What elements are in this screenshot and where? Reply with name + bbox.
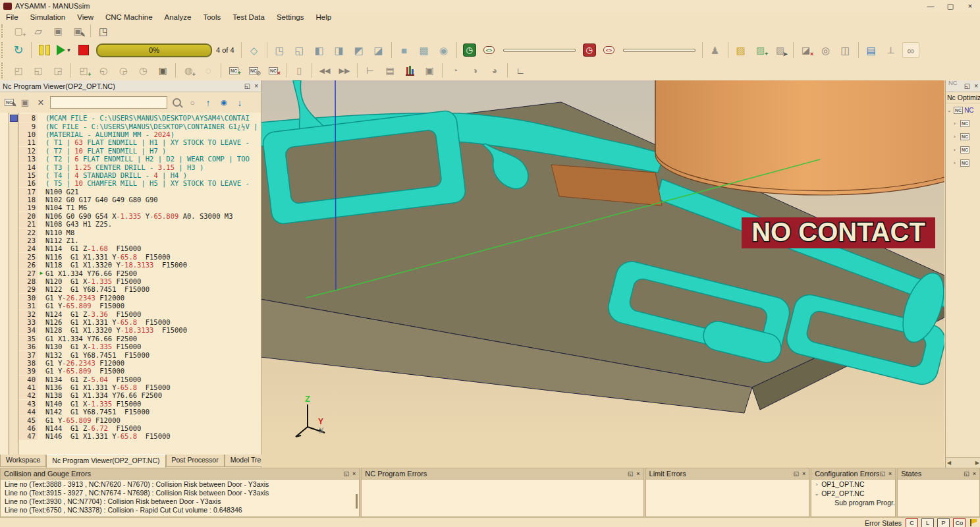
horizontal-scrollbar[interactable]: ◀ ▶: [946, 457, 980, 468]
code-line[interactable]: 41N136 G1 X1.331 Y-65.8 F15000: [18, 383, 261, 391]
code-line[interactable]: 34N128 G1 X1.3320 Y-18.3133 F15000: [18, 326, 261, 334]
code-line[interactable]: 12( T7 | 10 FLAT ENDMILL | H7 ): [18, 147, 261, 155]
code-line[interactable]: 33N126 G1 X1.331 Y-65.8 F15000: [18, 318, 261, 326]
close-panel-icon[interactable]: ×: [974, 82, 978, 90]
code-line[interactable]: 31G1 Y-65.809 F15000: [18, 302, 261, 310]
door-icon[interactable]: ▯: [290, 63, 308, 78]
code-line[interactable]: 20N106 G0 G90 G54 X-1.335 Y-65.809 A0. S…: [18, 212, 261, 220]
stock-export-icon[interactable]: ◷: [134, 63, 151, 78]
globe-view-2-icon[interactable]: ◑: [466, 63, 483, 78]
close-panel-icon[interactable]: ×: [352, 470, 356, 477]
scroll-left-icon[interactable]: ◀: [947, 460, 951, 466]
clamp-icon[interactable]: ⊥: [883, 42, 900, 58]
view-cube-back-icon[interactable]: ◨: [331, 42, 348, 58]
collision-error-row[interactable]: Line no (Text:3888 - 3913 , NC:N7620 - N…: [1, 480, 359, 488]
viewer-delete-icon[interactable]: ×: [34, 96, 47, 110]
scroll-right-icon[interactable]: ▶: [975, 460, 979, 466]
code-line[interactable]: 28N120 G1 X-1.335 F15000: [18, 277, 261, 285]
nc-add-icon[interactable]: NC+: [225, 63, 242, 78]
error-state-button-co[interactable]: Co: [953, 518, 966, 527]
float-panel-icon[interactable]: ◱: [964, 470, 969, 477]
speed-slider[interactable]: [623, 49, 695, 52]
feed-range-badge[interactable]: <>: [481, 42, 498, 58]
mesh-add-icon[interactable]: ▨+: [752, 42, 769, 58]
sync-simulation-icon[interactable]: ↻: [10, 42, 27, 58]
step-back-icon[interactable]: ◀◀: [316, 63, 333, 78]
code-line[interactable]: 38G1 Y-26.2343 F12000: [18, 359, 261, 367]
pause-icon[interactable]: [36, 42, 53, 58]
code-line[interactable]: 45G1 Y-65.809 F12000: [18, 416, 261, 424]
code-line[interactable]: 26N118 G1 X1.3320 Y-18.3133 F15000: [18, 261, 261, 269]
code-line[interactable]: 47N146 G1 X1.331 Y-65.8 F15000: [18, 432, 261, 440]
split-window-icon[interactable]: ◫: [837, 42, 854, 58]
stock-pillow-icon[interactable]: ◌: [200, 63, 217, 78]
collision-error-row[interactable]: Line no (Text:3915 - 3927 , NC:N7674 - N…: [1, 488, 359, 497]
collision-error-row[interactable]: Line no (Text:6750 , NC:N3378) : Collisi…: [1, 505, 359, 514]
code-line[interactable]: 37N132 G1 Y68.7451 F15000: [18, 350, 261, 358]
float-panel-icon[interactable]: ◱: [879, 470, 885, 477]
new-file-icon[interactable]: ▢+: [10, 23, 27, 39]
config-tree-item[interactable]: ›OP1_OPT.NC: [811, 480, 895, 489]
globe-view-3-icon[interactable]: ◕: [486, 63, 503, 78]
code-line[interactable]: 27▶G1 X1.334 Y76.66 F2500: [18, 269, 261, 277]
code-line[interactable]: 36N130 G1 X-1.335 F15000: [18, 343, 261, 350]
axes-cube-icon[interactable]: ▩: [416, 42, 433, 58]
save-icon[interactable]: ▣: [49, 23, 67, 39]
code-line[interactable]: 18N102 G0 G17 G40 G49 G80 G90: [18, 196, 261, 204]
report-panels-icon[interactable]: ▤: [863, 42, 880, 58]
config-tree-item[interactable]: ⌄OP2_OPT.NC: [811, 489, 895, 498]
tree-root-item[interactable]: ⌄NCNC: [946, 103, 980, 117]
view-cube-front-icon[interactable]: ◧: [311, 42, 328, 58]
match-circle-icon[interactable]: ○: [186, 96, 199, 110]
search-down-icon[interactable]: ↓: [233, 96, 246, 110]
search-up-icon[interactable]: ↑: [202, 96, 215, 110]
measure-caliper-icon[interactable]: ⊢: [362, 63, 379, 78]
open-file-icon[interactable]: ▱: [30, 23, 47, 39]
code-line[interactable]: 15( T4 | 4 STANDARD DRILL - 4 | H4 ): [18, 171, 261, 179]
view-cube-left-icon[interactable]: ◩: [350, 42, 368, 58]
tree-child-item[interactable]: ›NC: [946, 143, 980, 156]
minimize-button[interactable]: —: [921, 1, 940, 12]
code-line[interactable]: 19N104 T1 M6: [18, 204, 261, 211]
mesh-settings-icon[interactable]: ▨: [732, 42, 749, 58]
code-line[interactable]: 30G1 Y-26.2343 F12000: [18, 294, 261, 302]
stock-restore-icon[interactable]: ◶: [115, 63, 132, 78]
fit-view-icon[interactable]: ◇: [246, 42, 263, 58]
menu-simulation[interactable]: Simulation: [24, 12, 72, 22]
report-notebook-icon[interactable]: ▤: [381, 63, 398, 78]
error-state-button-l[interactable]: L: [921, 518, 934, 527]
float-panel-icon[interactable]: ◱: [244, 82, 250, 90]
search-input[interactable]: [50, 96, 167, 109]
close-panel-icon[interactable]: ×: [888, 470, 892, 477]
tree-child-item[interactable]: ›NC: [946, 130, 980, 143]
scrollbar-thumb[interactable]: [356, 494, 358, 509]
search-icon[interactable]: [170, 96, 183, 110]
link-icon[interactable]: ∞: [902, 42, 919, 58]
speed-gauge-icon[interactable]: ◷: [581, 42, 598, 58]
code-line[interactable]: 24N114 G1 Z-1.68 F15000: [18, 244, 261, 252]
tab-workspace[interactable]: Workspace: [0, 455, 46, 467]
code-line[interactable]: 21N108 G43 H1 Z25.: [18, 220, 261, 228]
info-box-icon[interactable]: ▣: [421, 63, 438, 78]
play-icon[interactable]: ▼: [55, 42, 72, 58]
viewport-3d[interactable]: NO CONTACT Z Y X: [261, 80, 944, 468]
code-line[interactable]: 11( T1 | 63 FLAT ENDMILL | H1 | XY STOCK…: [18, 138, 261, 146]
globe-view-1-icon[interactable]: ◔: [447, 63, 464, 78]
step-forward-icon[interactable]: ▶▶: [336, 63, 353, 78]
stop-icon[interactable]: [75, 42, 92, 58]
stock-cut-icon[interactable]: ◵: [95, 63, 112, 78]
code-line[interactable]: 13( T2 | 6 FLAT ENDMILL | H2 | D2 | WEAR…: [18, 155, 261, 163]
code-line[interactable]: 44N142 G1 Y68.7451 F15000: [18, 408, 261, 416]
search-current-icon[interactable]: ◉: [217, 96, 231, 110]
code-line[interactable]: 39G1 Y-65.809 F15000: [18, 367, 261, 375]
config-tree-item[interactable]: Sub program Progr...: [811, 498, 895, 507]
view-cube-top-icon[interactable]: ◳: [271, 42, 288, 58]
code-line[interactable]: 10(MATERIAL - ALUMINUM MM - 2024): [18, 130, 261, 138]
float-panel-icon[interactable]: ◱: [343, 470, 349, 477]
stock-add-icon[interactable]: ◰+: [75, 63, 92, 78]
code-line[interactable]: 25N116 G1 X1.331 Y-65.8 F15000: [18, 253, 261, 261]
stock-compare-icon[interactable]: ▣: [154, 63, 171, 78]
tab-post-processor[interactable]: Post Processor: [166, 455, 225, 467]
close-panel-icon[interactable]: ×: [973, 470, 976, 477]
menu-file[interactable]: File: [0, 12, 24, 22]
